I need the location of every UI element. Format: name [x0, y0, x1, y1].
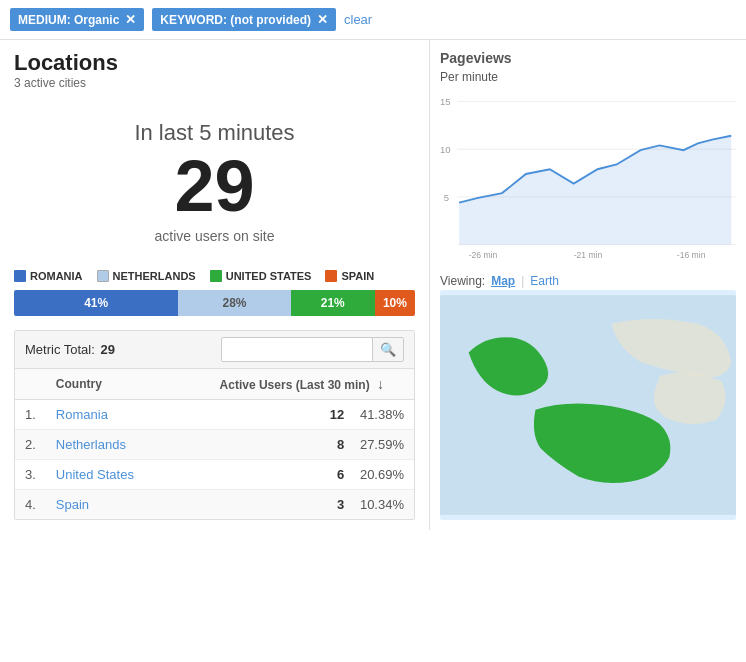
country-link[interactable]: Netherlands — [56, 437, 126, 452]
table-row: 3. United States 6 20.69% — [15, 460, 414, 490]
close-medium-icon[interactable]: ✕ — [125, 12, 136, 27]
spain-pct: 10% — [383, 296, 407, 310]
users-cell: 8 27.59% — [165, 430, 414, 460]
users-cell: 12 41.38% — [165, 400, 414, 430]
rank-cell: 3. — [15, 460, 46, 490]
user-count: 3 — [337, 497, 348, 512]
viewing-label: Viewing: — [440, 274, 485, 288]
metric-total-value: 29 — [100, 342, 114, 357]
users-cell: 3 10.34% — [165, 490, 414, 520]
close-keyword-icon[interactable]: ✕ — [317, 12, 328, 27]
country-cell: Netherlands — [46, 430, 165, 460]
filter-keyword-label: KEYWORD: (not provided) — [160, 13, 311, 27]
right-panel: Pageviews Per minute 15 10 5 -26 min -21… — [430, 40, 746, 530]
locations-title: Locations — [14, 50, 415, 76]
x-label-16: -16 min — [677, 250, 706, 260]
user-count: 8 — [337, 437, 348, 452]
romania-pct: 41% — [84, 296, 108, 310]
x-label-21: -21 min — [574, 250, 603, 260]
table-search-container: 🔍 — [221, 337, 404, 362]
rank-cell: 4. — [15, 490, 46, 520]
filter-keyword[interactable]: KEYWORD: (not provided) ✕ — [152, 8, 336, 31]
metric-total-text: Metric Total: — [25, 342, 95, 357]
romania-dot — [14, 270, 26, 282]
pageviews-chart: 15 10 5 -26 min -21 min -16 min — [440, 84, 736, 264]
active-users-number: 29 — [14, 150, 415, 222]
metric-total-label: Metric Total: 29 — [25, 342, 115, 357]
country-cell: United States — [46, 460, 165, 490]
world-map-svg — [440, 290, 736, 520]
per-minute-label: Per minute — [440, 70, 736, 84]
legend: ROMANIA NETHERLANDS UNITED STATES SPAIN — [14, 270, 415, 282]
pageviews-title: Pageviews — [440, 50, 736, 66]
view-map-button[interactable]: Map — [491, 274, 515, 288]
map-container — [440, 290, 736, 520]
filter-medium-organic[interactable]: MEDIUM: Organic ✕ — [10, 8, 144, 31]
user-percent: 20.69% — [360, 467, 404, 482]
user-percent: 27.59% — [360, 437, 404, 452]
table-row: 1. Romania 12 41.38% — [15, 400, 414, 430]
active-users-col-label: Active Users (Last 30 min) — [220, 378, 370, 392]
us-dot — [210, 270, 222, 282]
left-panel: Locations 3 active cities In last 5 minu… — [0, 40, 430, 530]
netherlands-pct: 28% — [223, 296, 247, 310]
progress-us: 21% — [291, 290, 375, 316]
table-row: 2. Netherlands 8 27.59% — [15, 430, 414, 460]
locations-subtitle: 3 active cities — [14, 76, 415, 90]
us-pct: 21% — [321, 296, 345, 310]
clear-filters-link[interactable]: clear — [344, 12, 372, 27]
table-header: Country Active Users (Last 30 min) ↓ — [15, 369, 414, 400]
user-count: 6 — [337, 467, 348, 482]
main-layout: Locations 3 active cities In last 5 minu… — [0, 40, 746, 530]
table-header-row: Metric Total: 29 🔍 — [15, 331, 414, 369]
netherlands-label: NETHERLANDS — [113, 270, 196, 282]
romania-label: ROMANIA — [30, 270, 83, 282]
users-cell: 6 20.69% — [165, 460, 414, 490]
legend-netherlands: NETHERLANDS — [97, 270, 196, 282]
progress-bars: 41% 28% 21% 10% — [14, 290, 415, 316]
x-label-26: -26 min — [469, 250, 498, 260]
legend-spain: SPAIN — [325, 270, 374, 282]
period-label: In last 5 minutes — [14, 120, 415, 146]
user-count: 12 — [330, 407, 348, 422]
spain-dot — [325, 270, 337, 282]
legend-romania: ROMANIA — [14, 270, 83, 282]
table-row: 4. Spain 3 10.34% — [15, 490, 414, 520]
chart-area: 15 10 5 -26 min -21 min -16 min — [440, 84, 736, 270]
center-stats: In last 5 minutes 29 active users on sit… — [14, 100, 415, 254]
chart-area-fill — [459, 136, 731, 245]
country-link[interactable]: Romania — [56, 407, 108, 422]
data-table-section: Metric Total: 29 🔍 Country Active Users … — [14, 330, 415, 520]
table-search-button[interactable]: 🔍 — [372, 338, 403, 361]
active-users-label: active users on site — [14, 228, 415, 244]
y-label-15: 15 — [440, 96, 451, 107]
spain-label: SPAIN — [341, 270, 374, 282]
table-search-input[interactable] — [222, 339, 372, 361]
filter-bar: MEDIUM: Organic ✕ KEYWORD: (not provided… — [0, 0, 746, 40]
y-label-10: 10 — [440, 144, 451, 155]
user-percent: 41.38% — [360, 407, 404, 422]
country-table: Country Active Users (Last 30 min) ↓ 1. … — [15, 369, 414, 519]
col-active-users: Active Users (Last 30 min) ↓ — [165, 369, 414, 400]
filter-medium-label: MEDIUM: Organic — [18, 13, 119, 27]
country-cell: Romania — [46, 400, 165, 430]
rank-cell: 2. — [15, 430, 46, 460]
legend-united-states: UNITED STATES — [210, 270, 312, 282]
view-earth-button[interactable]: Earth — [530, 274, 559, 288]
rank-cell: 1. — [15, 400, 46, 430]
sort-arrow-icon[interactable]: ↓ — [377, 376, 384, 392]
country-link[interactable]: Spain — [56, 497, 89, 512]
country-cell: Spain — [46, 490, 165, 520]
col-country: Country — [46, 369, 165, 400]
progress-netherlands: 28% — [178, 290, 290, 316]
col-rank — [15, 369, 46, 400]
africa-shape — [654, 373, 726, 425]
y-label-5: 5 — [444, 192, 449, 203]
country-link[interactable]: United States — [56, 467, 134, 482]
progress-spain: 10% — [375, 290, 415, 316]
progress-romania: 41% — [14, 290, 178, 316]
netherlands-dot — [97, 270, 109, 282]
user-percent: 10.34% — [360, 497, 404, 512]
us-label: UNITED STATES — [226, 270, 312, 282]
viewing-row: Viewing: Map | Earth — [440, 274, 736, 288]
